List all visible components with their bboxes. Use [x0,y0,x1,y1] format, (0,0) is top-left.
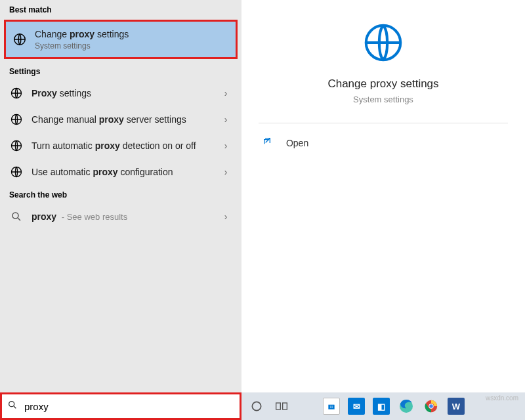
globe-icon [360,20,406,68]
search-icon [7,400,19,413]
app-tile-icon[interactable]: ◧ [370,396,392,417]
search-input[interactable] [24,401,234,412]
taskbar: ✉ ◧ W wsxdn.com [242,392,525,420]
globe-icon [9,165,24,179]
word-icon[interactable]: W [445,396,467,417]
globe-icon [9,86,24,100]
chevron-right-icon: › [219,140,232,151]
microsoft-store-icon[interactable] [320,396,343,417]
section-search-web: Search the web [0,185,242,203]
section-best-match: Best match [0,0,242,18]
result-label: Change proxy settings System settings [35,28,229,51]
search-results-panel: Best match Change proxy settings System … [0,0,242,392]
result-label: Proxy settings [32,87,219,99]
svg-point-10 [252,402,261,410]
svg-rect-12 [283,403,287,410]
result-label: Change manual proxy server settings [32,114,219,125]
preview-subtitle: System settings [353,94,413,104]
result-use-automatic-proxy[interactable]: Use automatic proxy configuration › [0,159,242,185]
result-web-proxy[interactable]: proxy - See web results › [0,203,242,230]
cortana-icon[interactable] [245,396,268,417]
result-change-manual-proxy[interactable]: Change manual proxy server settings › [0,106,242,133]
result-turn-automatic-proxy[interactable]: Turn automatic proxy detection on or off… [0,133,242,159]
chevron-right-icon: › [219,114,232,125]
svg-point-8 [9,402,14,407]
open-icon [261,136,276,149]
globe-icon [12,32,27,47]
chevron-right-icon: › [219,167,232,177]
chrome-icon[interactable] [420,396,442,417]
svg-line-6 [18,218,20,220]
result-best-change-proxy-settings[interactable]: Change proxy settings System settings [4,20,238,59]
search-icon [9,209,24,224]
search-box[interactable] [0,392,242,420]
globe-icon [9,112,24,127]
svg-point-5 [12,213,18,219]
svg-point-16 [429,404,433,408]
result-label: proxy - See web results [32,211,219,223]
globe-icon [9,138,24,153]
watermark: wsxdn.com [486,394,518,402]
svg-rect-11 [276,403,281,410]
divider [259,123,508,123]
section-settings: Settings [0,62,242,80]
task-view-icon[interactable] [270,396,293,417]
open-label: Open [286,138,308,148]
svg-line-9 [14,406,16,408]
result-proxy-settings[interactable]: Proxy settings › [0,80,242,106]
preview-title: Change proxy settings [327,77,438,91]
chevron-right-icon: › [219,211,232,222]
open-action[interactable]: Open [259,130,508,156]
preview-panel: Change proxy settings System settings Op… [242,0,525,392]
result-label: Turn automatic proxy detection on or off [32,140,219,152]
edge-icon[interactable] [395,396,417,417]
file-explorer-icon[interactable] [295,396,318,417]
mail-icon[interactable]: ✉ [345,396,368,417]
result-label: Use automatic proxy configuration [32,166,219,178]
chevron-right-icon: › [219,88,232,98]
